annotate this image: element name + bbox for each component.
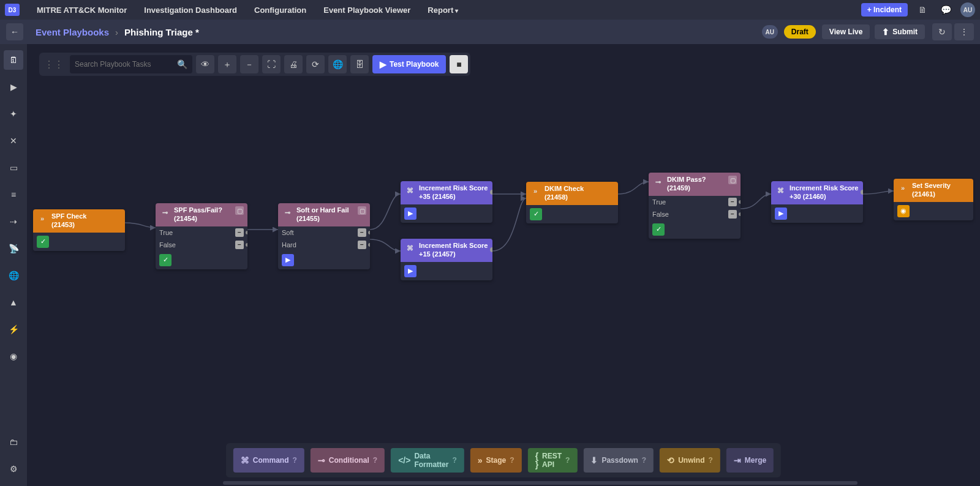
sub-nav: ← Event Playbooks › Phishing Triage * AU… — [0, 20, 980, 44]
stage-icon: » — [530, 185, 541, 196]
history-button[interactable]: ↻ — [932, 23, 952, 40]
rail-settings[interactable]: ⚙ — [4, 459, 23, 479]
remove-branch-button[interactable]: − — [358, 241, 366, 249]
help-icon[interactable]: ? — [642, 456, 646, 465]
help-icon[interactable]: ? — [293, 456, 297, 465]
help-icon[interactable]: ? — [510, 456, 514, 465]
nav-report[interactable]: Report — [419, 6, 467, 15]
node-dkim-check[interactable]: » DKIM Check(21458) ✓ — [526, 182, 618, 223]
rail-date[interactable]: ▭ — [4, 158, 23, 178]
rail-tools[interactable]: ✕ — [4, 131, 23, 151]
palette-unwind[interactable]: ⟲Unwind? — [660, 448, 720, 473]
breadcrumb-link[interactable]: Event Playbooks — [36, 27, 109, 37]
rail-play[interactable]: ▶ — [4, 77, 23, 97]
node-set-severity[interactable]: » Set Severity(21461) ◉ — [894, 179, 973, 220]
visibility-button[interactable]: 👁 — [196, 55, 214, 73]
node-title: Soft or Hard Fail — [296, 206, 349, 214]
node-title: SPF Pass/Fail? — [174, 206, 222, 214]
rail-globe[interactable]: 🌐 — [4, 266, 23, 285]
nav-playbook-viewer[interactable]: Event Playbook Viewer — [315, 6, 419, 15]
node-spf-passfail[interactable]: ⊸ SPF Pass/Fail?(21454) ▢ True− False− ✓ — [156, 203, 247, 269]
node-dkim-pass[interactable]: ⊸ DKIM Pass?(21459) ▢ True− False− ✓ — [649, 173, 741, 239]
status-pending-icon: ▶ — [404, 207, 417, 220]
rail-trash[interactable]: ▲ — [4, 293, 23, 312]
zoom-out-button[interactable]: － — [240, 55, 258, 73]
branch-true[interactable]: True− — [156, 226, 247, 239]
rail-folder[interactable]: 🗀 — [4, 432, 23, 452]
status-success-icon: ✓ — [159, 254, 172, 266]
app-logo[interactable]: D3 — [5, 4, 20, 16]
rail-share[interactable]: ⇢ — [4, 212, 23, 231]
node-inc15[interactable]: ⌘ Increment Risk Score +15 (21457) ▶ — [401, 239, 492, 280]
help-icon[interactable]: ? — [708, 456, 712, 465]
nav-investigation[interactable]: Investigation Dashboard — [135, 6, 246, 15]
node-id: (21456) — [432, 193, 456, 200]
view-live-button[interactable]: View Live — [822, 24, 870, 39]
palette-rest-api[interactable]: { }REST API? — [528, 448, 578, 473]
horizontal-scrollbar[interactable] — [223, 481, 858, 485]
palette-data-formatter[interactable]: </>Data Formatter? — [391, 448, 464, 473]
search-input[interactable] — [75, 60, 177, 69]
download-icon: ⬇ — [590, 456, 598, 465]
node-inc35[interactable]: ⌘ Increment Risk Score +35 (21456) ▶ — [401, 181, 492, 223]
top-nav: D3 MITRE ATT&CK Monitor Investigation Da… — [0, 0, 980, 20]
rail-fingerprint[interactable]: ◉ — [4, 346, 23, 366]
db-button[interactable]: 🗄 — [350, 55, 369, 73]
branch-false[interactable]: False− — [156, 239, 247, 251]
print-button[interactable]: 🖨 — [284, 55, 303, 73]
status-draft-pill: Draft — [784, 25, 816, 39]
remove-branch-button[interactable]: − — [728, 198, 737, 206]
node-spf-check[interactable]: » SPF Check(21453) ✓ — [33, 209, 125, 251]
rail-calendar[interactable]: 🗓 — [4, 50, 23, 70]
test-playbook-button[interactable]: ▶Test Playbook — [372, 55, 446, 73]
node-soft-hard[interactable]: ⊸ Soft or Hard Fail(21455) ▢ Soft− Hard−… — [278, 203, 370, 269]
submit-label: Submit — [892, 28, 918, 36]
palette-conditional[interactable]: ⊸Conditional? — [311, 448, 385, 473]
stop-button[interactable]: ■ — [450, 55, 468, 73]
globe-button[interactable]: 🌐 — [328, 55, 347, 73]
remove-branch-button[interactable]: − — [358, 228, 366, 237]
refresh-button[interactable]: ⟳ — [306, 55, 325, 73]
palette-stage[interactable]: »Stage? — [470, 448, 522, 473]
node-title: DKIM Pass? — [667, 176, 706, 183]
node-inc30[interactable]: ⌘ Increment Risk Score +30 (21460) ▶ — [771, 181, 863, 223]
remove-branch-button[interactable]: − — [235, 241, 244, 249]
rail-database[interactable]: ≡ — [4, 185, 23, 204]
task-search[interactable]: 🔍 — [70, 55, 192, 73]
nav-configuration[interactable]: Configuration — [246, 6, 315, 15]
zoom-in-button[interactable]: ＋ — [218, 55, 236, 73]
more-menu-button[interactable]: ⋮ — [954, 23, 974, 40]
chat-icon[interactable]: 💬 — [937, 2, 954, 17]
left-rail: 🗓 ▶ ✦ ✕ ▭ ≡ ⇢ 📡 🌐 ▲ ⚡ ◉ 🗀 ⚙ — [0, 44, 27, 486]
node-id: (21458) — [545, 193, 568, 201]
stage-icon: » — [478, 456, 483, 465]
help-icon[interactable]: ? — [373, 456, 377, 465]
rail-extensions[interactable]: ✦ — [4, 104, 23, 124]
branch-false[interactable]: False− — [649, 208, 741, 220]
rail-sensor[interactable]: 📡 — [4, 239, 23, 258]
branch-true[interactable]: True− — [649, 196, 741, 208]
palette-passdown[interactable]: ⬇Passdown? — [583, 448, 654, 473]
branch-hard[interactable]: Hard− — [278, 239, 370, 251]
new-incident-button[interactable]: + Incident — [861, 3, 908, 17]
fit-screen-button[interactable]: ⛶ — [262, 55, 281, 73]
help-icon[interactable]: ? — [565, 456, 570, 465]
expand-button[interactable]: ▢ — [358, 206, 366, 215]
toolbar-drag-handle[interactable]: ⋮⋮ — [42, 59, 66, 70]
user-avatar[interactable]: AU — [960, 2, 975, 17]
playbook-canvas[interactable]: ⋮⋮ 🔍 👁 ＋ － ⛶ 🖨 ⟳ 🌐 🗄 ▶Test Playbook ■ — [27, 44, 980, 486]
help-icon[interactable]: ? — [452, 456, 456, 465]
owner-chip[interactable]: AU — [762, 25, 778, 39]
rail-bolt[interactable]: ⚡ — [4, 320, 23, 339]
back-button[interactable]: ← — [6, 23, 23, 40]
nav-mitre[interactable]: MITRE ATT&CK Monitor — [28, 6, 135, 15]
branch-soft[interactable]: Soft− — [278, 226, 370, 239]
palette-merge[interactable]: ⇥Merge — [726, 448, 774, 473]
expand-button[interactable]: ▢ — [728, 176, 737, 184]
document-icon[interactable]: 🗎 — [914, 2, 931, 17]
remove-branch-button[interactable]: − — [235, 228, 244, 237]
submit-button[interactable]: ⬆Submit — [875, 24, 925, 39]
palette-command[interactable]: ⌘Command? — [233, 448, 304, 473]
remove-branch-button[interactable]: − — [728, 210, 737, 219]
expand-button[interactable]: ▢ — [235, 206, 244, 215]
